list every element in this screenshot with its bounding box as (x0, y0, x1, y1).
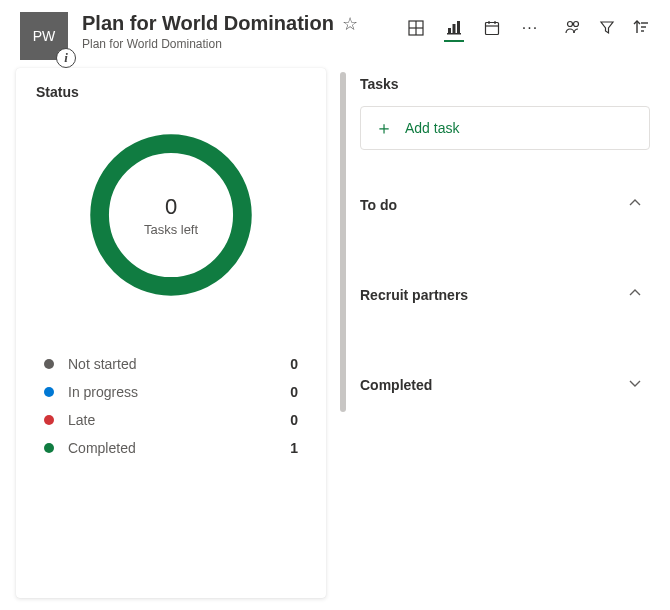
legend-value: 0 (290, 384, 298, 400)
filter-button[interactable] (598, 18, 616, 36)
tasks-left-count: 0 (165, 194, 177, 220)
more-views-button[interactable]: ··· (520, 18, 540, 42)
legend-row: Completed 1 (44, 434, 298, 462)
legend-dot-icon (44, 415, 54, 425)
legend-label: In progress (68, 384, 290, 400)
plan-subtitle: Plan for World Domination (82, 37, 392, 51)
grid-view-button[interactable] (406, 18, 426, 42)
status-legend: Not started 0 In progress 0 Late 0 Compl… (36, 350, 306, 462)
chart-icon (446, 20, 462, 36)
legend-dot-icon (44, 359, 54, 369)
tasks-title: Tasks (360, 76, 650, 92)
chevron-up-icon (628, 196, 642, 214)
tasks-left-label: Tasks left (144, 222, 198, 237)
add-task-label: Add task (405, 120, 459, 136)
svg-point-11 (568, 22, 573, 27)
sort-icon (633, 19, 649, 35)
add-task-button[interactable]: ＋ Add task (360, 106, 650, 150)
legend-dot-icon (44, 387, 54, 397)
legend-label: Late (68, 412, 290, 428)
legend-row: Late 0 (44, 406, 298, 434)
svg-rect-4 (448, 28, 451, 33)
schedule-view-button[interactable] (482, 18, 502, 42)
bucket-header[interactable]: Completed (360, 358, 650, 412)
status-donut-chart: 0 Tasks left (86, 130, 256, 300)
svg-rect-5 (453, 24, 456, 33)
plan-title: Plan for World Domination (82, 12, 334, 35)
legend-row: In progress 0 (44, 378, 298, 406)
bucket-name: Recruit partners (360, 287, 468, 303)
sort-button[interactable] (632, 18, 650, 36)
bucket-header[interactable]: To do (360, 178, 650, 232)
legend-value: 0 (290, 356, 298, 372)
grid-icon (408, 20, 424, 36)
chart-view-button[interactable] (444, 18, 464, 42)
svg-rect-7 (486, 23, 499, 35)
svg-rect-6 (457, 21, 460, 33)
plan-avatar-initials: PW (33, 28, 56, 44)
tasks-pane: Tasks ＋ Add task To do Recruit partners … (360, 68, 658, 608)
calendar-icon (484, 20, 500, 36)
svg-rect-3 (447, 33, 461, 35)
favorite-star-icon[interactable]: ☆ (342, 13, 358, 35)
svg-point-12 (574, 22, 579, 27)
legend-label: Not started (68, 356, 290, 372)
legend-dot-icon (44, 443, 54, 453)
legend-value: 0 (290, 412, 298, 428)
scrollbar[interactable] (340, 72, 346, 412)
people-icon (564, 18, 582, 36)
bucket-name: Completed (360, 377, 432, 393)
info-icon[interactable]: i (56, 48, 76, 68)
members-button[interactable] (564, 18, 582, 36)
legend-label: Completed (68, 440, 290, 456)
bucket-name: To do (360, 197, 397, 213)
bucket-header[interactable]: Recruit partners (360, 268, 650, 322)
filter-icon (599, 19, 615, 35)
chevron-down-icon (628, 376, 642, 394)
legend-value: 1 (290, 440, 298, 456)
legend-row: Not started 0 (44, 350, 298, 378)
chevron-up-icon (628, 286, 642, 304)
plan-avatar[interactable]: PW i (20, 12, 68, 60)
plus-icon: ＋ (375, 119, 393, 137)
status-title: Status (36, 84, 306, 100)
status-card: Status 0 Tasks left Not started 0 In pr (16, 68, 326, 598)
